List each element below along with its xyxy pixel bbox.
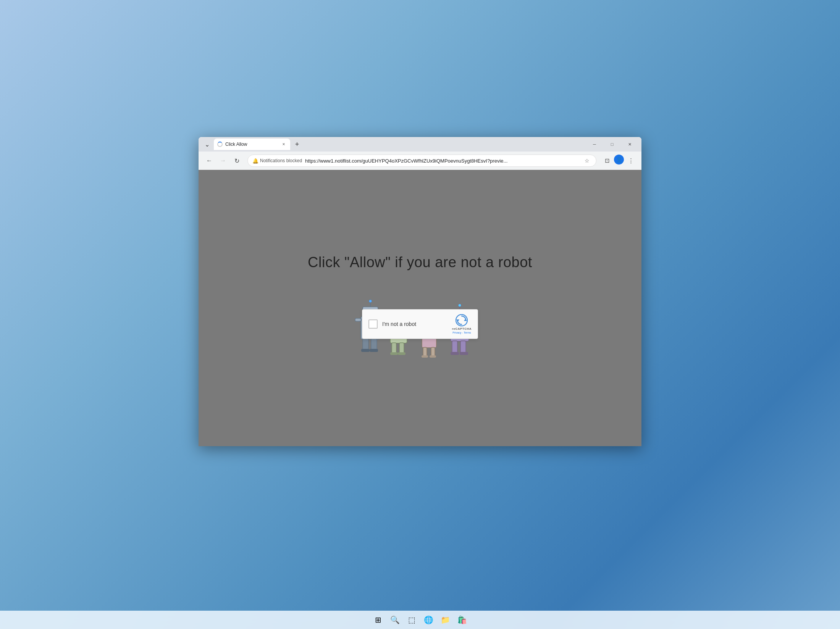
back-icon: ←: [206, 157, 212, 164]
recaptcha-checkbox[interactable]: [368, 319, 378, 329]
bookmark-button[interactable]: ☆: [582, 156, 591, 165]
reload-button[interactable]: ↻: [231, 155, 243, 167]
page-content: Click "Allow" if you are not a robot: [199, 170, 641, 446]
svg-rect-24: [390, 352, 398, 355]
forward-button[interactable]: →: [217, 155, 229, 167]
recaptcha-logo-area: reCAPTCHA Privacy - Terms: [452, 314, 472, 334]
recaptcha-brand-label: reCAPTCHA: [452, 327, 472, 331]
svg-rect-50: [460, 352, 468, 355]
back-button[interactable]: ←: [203, 155, 215, 167]
taskbar-store-icon[interactable]: 🛍️: [454, 612, 470, 627]
recaptcha-links: Privacy - Terms: [452, 331, 471, 334]
profile-icon: 👤: [616, 156, 622, 163]
chevron-down-icon: ⌄: [205, 141, 210, 148]
svg-rect-49: [451, 352, 459, 355]
sidebar-icon: ⊡: [605, 157, 610, 164]
svg-rect-7: [355, 318, 361, 321]
reload-icon: ↻: [234, 157, 239, 165]
desktop: ⌄ Click Allow × + ─ □ ✕ ← →: [0, 0, 840, 629]
recaptcha-widget: I'm not a robot reCAPTCHA Privacy -: [362, 309, 478, 339]
address-bar[interactable]: 🔔 Notifications blocked https://www1.not…: [247, 155, 596, 167]
sidebar-toggle-button[interactable]: ⊡: [601, 155, 613, 167]
terms-link[interactable]: Terms: [464, 331, 471, 334]
taskbar-search-button[interactable]: 🔍: [387, 612, 402, 627]
taskbar-taskview-button[interactable]: ⬚: [404, 612, 419, 627]
nav-bar: ← → ↻ 🔔 Notifications blocked https://ww…: [199, 152, 641, 170]
notifications-blocked-indicator[interactable]: 🔔 Notifications blocked: [252, 158, 302, 164]
minimize-button[interactable]: ─: [586, 138, 603, 150]
svg-rect-35: [431, 347, 435, 356]
recaptcha-logo-icon: [456, 314, 468, 326]
svg-marker-52: [464, 319, 467, 321]
svg-rect-47: [452, 341, 457, 353]
browser-window: ⌄ Click Allow × + ─ □ ✕ ← →: [199, 137, 641, 446]
taskbar-start-button[interactable]: ⊞: [370, 612, 386, 627]
active-tab[interactable]: Click Allow ×: [214, 139, 290, 150]
menu-button[interactable]: ⋮: [625, 155, 637, 167]
window-controls: ─ □ ✕: [586, 138, 638, 150]
svg-rect-37: [430, 355, 436, 358]
loading-spinner: [217, 142, 223, 147]
svg-point-3: [369, 300, 372, 303]
privacy-link[interactable]: Privacy: [452, 331, 461, 334]
new-tab-button[interactable]: +: [292, 139, 302, 150]
url-display: https://www1.notiflist.com/guUEHYPQ4oXPz…: [305, 158, 579, 164]
svg-rect-23: [399, 343, 404, 353]
svg-rect-11: [361, 349, 370, 352]
tab-title: Click Allow: [225, 142, 278, 147]
more-icon: ⋮: [628, 157, 634, 164]
profile-button[interactable]: 👤: [614, 155, 624, 165]
tab-list-button[interactable]: ⌄: [202, 139, 212, 150]
recaptcha-label: I'm not a robot: [382, 321, 447, 327]
maximize-button[interactable]: □: [603, 138, 621, 150]
bookmark-icon: ☆: [585, 158, 590, 164]
tab-favicon: [217, 141, 223, 147]
recaptcha-area: I'm not a robot reCAPTCHA Privacy -: [344, 286, 496, 362]
svg-point-41: [458, 304, 461, 307]
taskbar-edge-icon[interactable]: 🌐: [421, 612, 436, 627]
tab-close-button[interactable]: ×: [280, 141, 287, 148]
taskbar-explorer-icon[interactable]: 📁: [438, 612, 453, 627]
page-heading: Click "Allow" if you are not a robot: [308, 254, 532, 271]
taskbar: ⊞ 🔍 ⬚ 🌐 📁 🛍️: [0, 611, 840, 629]
svg-rect-36: [422, 355, 428, 358]
close-button[interactable]: ✕: [621, 138, 638, 150]
notifications-blocked-icon: 🔔: [252, 158, 258, 164]
svg-rect-34: [423, 347, 427, 356]
nav-extras: ⊡ 👤 ⋮: [601, 155, 637, 167]
svg-rect-22: [392, 343, 396, 353]
svg-rect-10: [371, 339, 377, 350]
forward-icon: →: [220, 157, 226, 164]
notifications-blocked-label: Notifications blocked: [260, 158, 302, 163]
svg-rect-12: [370, 349, 378, 352]
svg-rect-9: [363, 339, 368, 350]
svg-marker-53: [456, 319, 459, 322]
taskbar-icons: ⊞ 🔍 ⬚ 🌐 📁 🛍️: [370, 612, 470, 627]
svg-rect-25: [398, 352, 405, 355]
title-bar: ⌄ Click Allow × + ─ □ ✕: [199, 137, 641, 152]
svg-rect-48: [460, 341, 466, 353]
